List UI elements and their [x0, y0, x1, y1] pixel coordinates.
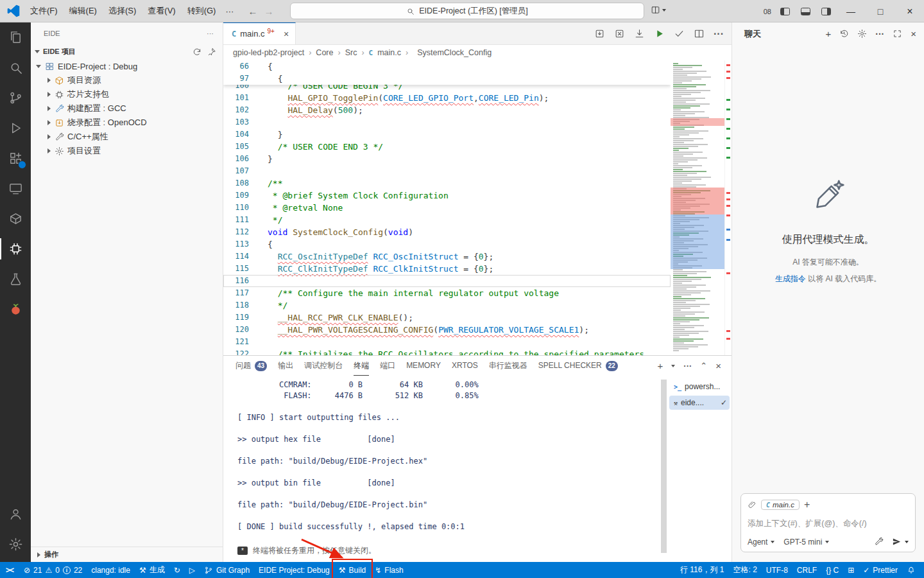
menu-item-1[interactable]: 编辑(E): [64, 3, 103, 19]
attach-context-icon[interactable]: [748, 500, 757, 509]
extensions-icon[interactable]: [0, 143, 31, 173]
split-editor-icon[interactable]: [694, 28, 705, 39]
menu-more-icon[interactable]: ···: [221, 6, 237, 16]
project-selector[interactable]: EIDE Project: Debug: [254, 562, 334, 578]
tree-item-6[interactable]: 项目设置: [31, 144, 223, 158]
eide-build-button[interactable]: ⚒生成: [135, 562, 169, 578]
chat-input-placeholder[interactable]: 添加上下文(#)、扩展(@)、命令(/): [748, 518, 909, 529]
breadcrumb-item-1[interactable]: Core: [316, 48, 333, 57]
tree-item-2[interactable]: 芯片支持包: [31, 87, 223, 101]
chip-icon[interactable]: [0, 234, 31, 264]
history-icon[interactable]: [839, 29, 849, 39]
minimap[interactable]: [671, 60, 724, 355]
indentation-setting[interactable]: 空格: 2: [728, 562, 761, 578]
send-button[interactable]: [892, 537, 909, 547]
model-dropdown[interactable]: GPT-5 mini: [783, 538, 829, 547]
more-actions-icon[interactable]: ···: [714, 28, 724, 40]
panel-tab-4[interactable]: 端口: [380, 356, 395, 376]
panel-tab-7[interactable]: 串行监视器: [489, 356, 527, 376]
search-icon[interactable]: [0, 53, 31, 83]
explorer-icon[interactable]: [0, 22, 31, 53]
sidebar-more-icon[interactable]: ···: [207, 30, 214, 37]
cursor-position[interactable]: 行 116，列 1: [676, 562, 728, 578]
breadcrumb-item-4[interactable]: SystemClock_Config: [417, 48, 492, 57]
panel-tab-8[interactable]: SPELL CHECKER22: [538, 356, 618, 376]
new-chat-icon[interactable]: +: [825, 28, 831, 39]
account-icon[interactable]: [0, 499, 31, 529]
toggle-panel-icon[interactable]: [796, 3, 815, 20]
tools-icon[interactable]: [874, 537, 884, 547]
new-terminal-icon[interactable]: +: [658, 360, 663, 371]
panel-tab-2[interactable]: 调试控制台: [304, 356, 343, 376]
toggle-secondary-sidebar-icon[interactable]: [816, 3, 835, 20]
notifications-bell-icon[interactable]: [902, 562, 920, 578]
remote-indicator[interactable]: ><: [0, 562, 19, 578]
beaker-icon[interactable]: [0, 264, 31, 294]
toggle-sidebar-icon[interactable]: [775, 3, 794, 20]
eide-project-section-header[interactable]: EIDE 项目: [31, 44, 223, 59]
start-layout-action[interactable]: [651, 5, 666, 15]
tree-item-4[interactable]: 烧录配置 : OpenOCD: [31, 116, 223, 130]
download-icon[interactable]: [634, 28, 645, 39]
berry-icon[interactable]: [0, 294, 31, 324]
chat-more-icon[interactable]: ···: [875, 29, 884, 39]
scm-icon[interactable]: [0, 83, 31, 113]
expand-icon[interactable]: [893, 29, 902, 39]
git-graph-button[interactable]: Git Graph: [200, 562, 254, 578]
terminal-scrollbar[interactable]: [661, 380, 667, 553]
pin-icon[interactable]: [207, 48, 216, 57]
close-chat-icon[interactable]: ×: [911, 28, 916, 39]
panel-more-icon[interactable]: ···: [683, 361, 692, 371]
tab-main-c[interactable]: C main.c 9+ ×: [223, 22, 296, 44]
build-button[interactable]: ⚒Build: [334, 562, 370, 578]
breadcrumb-item-2[interactable]: Src: [345, 48, 357, 57]
code-editor[interactable]: 66{97{ 100/* USER CODE BEGIN 3 */101HAL_…: [223, 60, 732, 355]
container-icon[interactable]: [0, 204, 31, 234]
generate-instructions-link[interactable]: 生成指令: [775, 274, 806, 283]
status-refresh-icon[interactable]: ↻: [169, 562, 185, 578]
tree-item-3[interactable]: 构建配置 : GCC: [31, 101, 223, 116]
tree-item-1[interactable]: 项目资源: [31, 73, 223, 87]
chat-input-box[interactable]: C main.c + 添加上下文(#)、扩展(@)、命令(/) Agent GP…: [740, 493, 916, 552]
menu-item-3[interactable]: 查看(V): [142, 3, 181, 19]
nav-forward-icon[interactable]: →: [264, 6, 273, 17]
panel-tab-1[interactable]: 输出: [278, 356, 293, 376]
menu-item-4[interactable]: 转到(G): [182, 3, 222, 19]
gear-icon[interactable]: [0, 529, 31, 559]
menu-item-0[interactable]: 文件(F): [24, 3, 64, 19]
chip-erase-icon[interactable]: [614, 28, 625, 39]
window-close-button[interactable]: ×: [896, 0, 924, 22]
maximize-panel-icon[interactable]: ⌃: [700, 361, 707, 371]
gear-icon[interactable]: [857, 29, 867, 39]
window-maximize-button[interactable]: □: [866, 0, 894, 22]
context-file-chip[interactable]: C main.c: [761, 500, 800, 510]
remote-icon[interactable]: [0, 173, 31, 204]
tree-item-0[interactable]: EIDE-Project : Debug: [31, 59, 223, 73]
panel-tab-5[interactable]: MEMORY: [406, 356, 441, 376]
status-play-icon[interactable]: ▷: [185, 562, 200, 578]
refresh-icon[interactable]: [193, 48, 201, 57]
actions-section-header[interactable]: 操作: [31, 547, 223, 562]
eol-selector[interactable]: CRLF: [792, 562, 821, 578]
agent-mode-dropdown[interactable]: Agent: [748, 538, 774, 547]
breadcrumb-item-0[interactable]: gpio-led-pb2-project: [233, 48, 304, 57]
language-mode[interactable]: {} C: [821, 562, 843, 578]
nav-back-icon[interactable]: ←: [248, 6, 257, 17]
debug-icon[interactable]: [0, 113, 31, 143]
terminal-instance-0[interactable]: >_powersh...: [669, 380, 730, 394]
add-context-icon[interactable]: +: [804, 499, 810, 511]
clangd-status[interactable]: clangd: idle: [87, 562, 135, 578]
prettier-status[interactable]: ✓Prettier: [859, 562, 902, 578]
menu-item-2[interactable]: 选择(S): [103, 3, 142, 19]
flash-button[interactable]: ↯Flash: [370, 562, 407, 578]
tree-item-5[interactable]: C/C++属性: [31, 130, 223, 144]
run-icon[interactable]: [654, 28, 665, 39]
window-minimize-button[interactable]: —: [837, 0, 865, 22]
panel-tab-3[interactable]: 终端: [354, 356, 369, 376]
verify-icon[interactable]: [674, 28, 685, 39]
panel-tab-0[interactable]: 问题43: [235, 356, 267, 376]
panel-tab-6[interactable]: XRTOS: [452, 356, 478, 376]
command-center-search[interactable]: EIDE-Project (工作区) [管理员]: [290, 3, 644, 19]
terminal-dropdown-icon[interactable]: [671, 365, 675, 367]
layout-grid-icon[interactable]: ⊞: [843, 562, 859, 578]
